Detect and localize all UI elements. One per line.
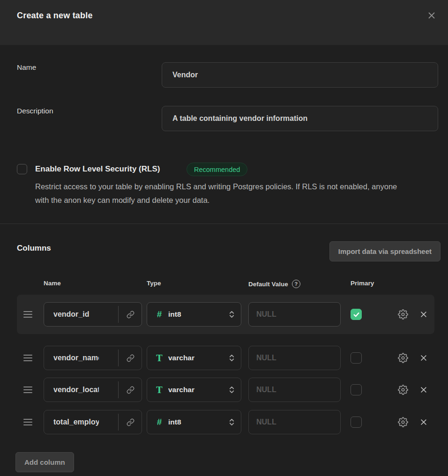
column-name-input[interactable] [53, 418, 99, 426]
column-header-primary: Primary [351, 280, 374, 287]
remove-column-button[interactable] [418, 385, 429, 395]
drag-handle-icon[interactable] [23, 355, 32, 361]
link-icon [127, 418, 134, 426]
gear-icon [398, 309, 408, 320]
number-type-icon: # [155, 417, 164, 427]
column-row: # int8 [17, 410, 434, 434]
gear-icon [398, 353, 408, 363]
x-icon [419, 386, 428, 394]
column-name-field [44, 346, 142, 370]
column-settings-button[interactable] [397, 384, 409, 395]
close-icon [427, 11, 436, 20]
table-description-input[interactable] [162, 106, 438, 131]
column-name-field [44, 302, 142, 327]
column-header-default: Default Value ? [248, 280, 300, 288]
primary-checkbox[interactable] [351, 416, 362, 428]
recommended-badge: Recommended [187, 163, 247, 176]
remove-column-button[interactable] [418, 353, 429, 363]
x-icon [419, 310, 428, 319]
column-type-select[interactable]: # int8 [147, 410, 241, 434]
modal-title: Create a new table [17, 11, 93, 21]
check-icon [353, 311, 360, 318]
foreign-key-button[interactable] [118, 378, 142, 402]
primary-checkbox[interactable] [351, 352, 362, 364]
column-settings-button[interactable] [397, 416, 409, 428]
foreign-key-button[interactable] [118, 410, 142, 434]
column-type-select[interactable]: T varchar [147, 346, 241, 370]
column-name-input[interactable] [53, 354, 99, 362]
chevron-up-down-icon [229, 386, 235, 394]
column-settings-button[interactable] [397, 352, 409, 364]
rls-checkbox[interactable] [17, 164, 27, 174]
description-label: Description [17, 107, 53, 115]
gear-icon [398, 385, 408, 395]
column-header-name: Name [44, 280, 61, 287]
add-column-button[interactable]: Add column [15, 452, 74, 472]
column-row: T varchar [17, 378, 434, 402]
chevron-up-down-icon [229, 311, 235, 319]
foreign-key-button[interactable] [118, 346, 142, 370]
column-header-default-label: Default Value [248, 281, 288, 288]
close-button[interactable] [426, 9, 438, 22]
x-icon [419, 354, 428, 362]
column-type-select[interactable]: # int8 [147, 302, 241, 327]
column-row: # int8 [17, 302, 434, 327]
number-type-icon: # [155, 309, 164, 320]
remove-column-button[interactable] [418, 417, 429, 427]
column-header-type: Type [147, 280, 161, 287]
column-row: T varchar [17, 346, 434, 370]
drag-handle-icon[interactable] [23, 311, 32, 318]
remove-column-button[interactable] [418, 309, 429, 320]
help-icon[interactable]: ? [292, 280, 300, 288]
link-icon [127, 386, 134, 394]
rls-title: Enable Row Level Security (RLS) [35, 164, 160, 174]
column-name-field [44, 378, 142, 402]
drag-handle-icon[interactable] [23, 387, 32, 393]
create-table-modal: Create a new table Name Description Enab… [0, 0, 448, 476]
default-value-input[interactable] [248, 346, 341, 370]
import-data-button[interactable]: Import data via spreadsheet [329, 241, 441, 261]
link-icon [127, 311, 134, 319]
default-value-input[interactable] [248, 410, 341, 434]
column-type-select[interactable]: T varchar [147, 378, 241, 402]
link-icon [127, 354, 134, 362]
table-name-input[interactable] [162, 62, 438, 88]
primary-checkbox[interactable] [351, 384, 362, 395]
section-divider [0, 223, 448, 224]
column-name-input[interactable] [53, 386, 99, 394]
name-label: Name [17, 63, 36, 72]
text-type-icon: T [155, 353, 164, 363]
column-name-field [44, 410, 142, 434]
rls-description: Restrict access to your table by enablin… [35, 180, 410, 207]
chevron-up-down-icon [229, 418, 235, 426]
text-type-icon: T [155, 385, 164, 395]
gear-icon [398, 417, 408, 427]
default-value-input[interactable] [248, 378, 341, 402]
default-value-input[interactable] [248, 302, 341, 327]
column-name-input[interactable] [53, 310, 99, 319]
primary-checkbox[interactable] [351, 309, 362, 320]
foreign-key-button[interactable] [118, 303, 142, 326]
column-settings-button[interactable] [397, 309, 409, 320]
x-icon [419, 418, 428, 426]
columns-heading: Columns [17, 244, 51, 253]
chevron-up-down-icon [229, 354, 235, 362]
modal-header: Create a new table [0, 0, 448, 45]
drag-handle-icon[interactable] [23, 419, 32, 425]
